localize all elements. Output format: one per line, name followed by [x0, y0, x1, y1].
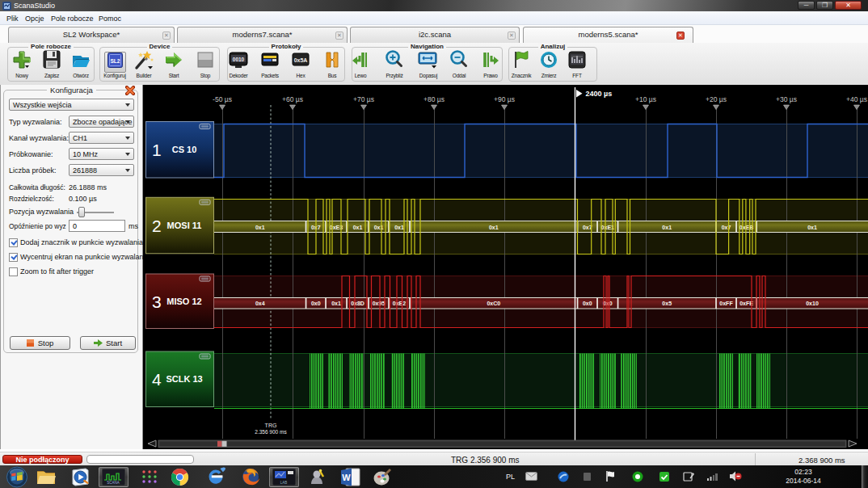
svg-text:LAB: LAB [280, 481, 288, 485]
svg-text:+70 µs: +70 µs [353, 95, 374, 103]
svg-text:4: 4 [152, 370, 162, 389]
svg-text:0x1: 0x1 [374, 225, 384, 230]
svg-text:SCANA: SCANA [107, 481, 120, 485]
svg-text:0x1: 0x1 [489, 225, 499, 230]
svg-text:0x7: 0x7 [722, 225, 731, 230]
svg-text:+30 µs: +30 µs [776, 95, 797, 103]
svg-text:W: W [342, 473, 351, 482]
svg-text:1: 1 [152, 141, 162, 159]
svg-text:0x5A: 0x5A [294, 57, 308, 63]
svg-text:0x7: 0x7 [583, 225, 592, 230]
svg-text:0x1: 0x1 [353, 225, 363, 230]
svg-text:2: 2 [152, 217, 162, 235]
svg-text:0xC0: 0xC0 [487, 301, 500, 306]
svg-text:SL2: SL2 [110, 58, 120, 64]
svg-text:0x95: 0x95 [373, 301, 386, 306]
svg-text:+60 µs: +60 µs [282, 95, 303, 103]
svg-text:0xE2: 0xE2 [393, 301, 406, 306]
svg-text:2.356 900 ms: 2.356 900 ms [255, 429, 287, 435]
svg-text:+20 µs: +20 µs [706, 95, 727, 103]
svg-text:CS 10: CS 10 [172, 145, 197, 154]
svg-text:0x0: 0x0 [311, 301, 321, 306]
svg-text:SCLK 13: SCLK 13 [166, 374, 202, 384]
svg-text:+40 µs: +40 µs [846, 95, 867, 103]
svg-text:0x1: 0x1 [807, 225, 817, 230]
svg-text:0x1: 0x1 [331, 301, 341, 306]
svg-text:0x4: 0x4 [255, 301, 265, 306]
svg-text:-50 µs: -50 µs [213, 95, 232, 103]
svg-text:0x0: 0x0 [583, 301, 592, 306]
svg-text:0x1: 0x1 [662, 225, 672, 230]
svg-text:0x5: 0x5 [662, 301, 672, 306]
svg-text:MOSI 11: MOSI 11 [167, 221, 202, 230]
svg-text:0010: 0010 [233, 57, 245, 62]
svg-text:+80 µs: +80 µs [423, 95, 445, 103]
svg-text:0x10: 0x10 [806, 301, 819, 306]
svg-text:+90 µs: +90 µs [494, 95, 515, 103]
svg-text:2400 µs: 2400 µs [586, 90, 613, 98]
svg-text:TRG: TRG [265, 423, 277, 428]
svg-text:0x8D: 0x8D [351, 301, 364, 306]
svg-text:3: 3 [152, 292, 162, 311]
svg-text:0x1: 0x1 [255, 225, 265, 230]
svg-text:+10 µs: +10 µs [635, 95, 656, 103]
svg-text:0x1: 0x1 [394, 225, 404, 230]
svg-text:MISO 12: MISO 12 [166, 297, 201, 306]
svg-text:0xFF: 0xFF [719, 301, 733, 306]
